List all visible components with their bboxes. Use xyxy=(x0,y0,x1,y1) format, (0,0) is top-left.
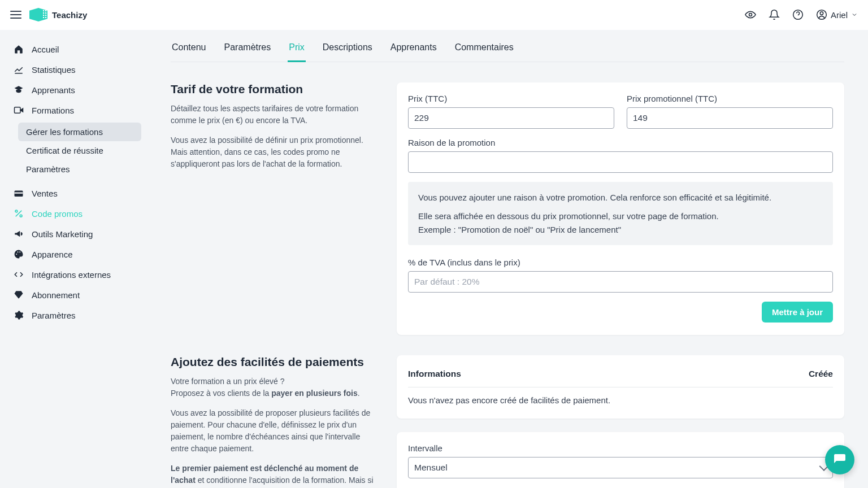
preview-icon[interactable] xyxy=(745,9,756,20)
sidebar-item-abonnement[interactable]: Abonnement xyxy=(0,285,147,305)
sidebar-item-code-promos[interactable]: Code promos xyxy=(0,203,147,224)
svg-rect-5 xyxy=(15,107,21,114)
sidebar-item-label: Accueil xyxy=(32,45,59,54)
sidebar-item-label: Code promos xyxy=(32,209,83,219)
sidebar-item-accueil[interactable]: Accueil xyxy=(0,39,147,59)
sidebar-item-label: Paramètres xyxy=(32,311,76,320)
tab-prix[interactable]: Prix xyxy=(288,40,306,62)
palette-icon xyxy=(14,249,24,259)
help-icon[interactable] xyxy=(792,9,804,20)
sidebar-sub-formations: Gérer les formations Certificat de réuss… xyxy=(6,123,141,178)
chevron-down-icon xyxy=(851,11,858,18)
sidebar-sub-parametres[interactable]: Paramètres xyxy=(18,160,141,178)
main-content: Contenu Paramètres Prix Descriptions App… xyxy=(147,30,868,488)
chat-fab[interactable] xyxy=(825,445,854,474)
pricing-desc-2: Vous avez la possibilité de définir un p… xyxy=(171,134,374,170)
sidebar-item-parametres[interactable]: Paramètres xyxy=(0,305,147,325)
sidebar: Accueil Statistiques Apprenants Formatio… xyxy=(0,30,147,488)
sidebar-item-label: Formations xyxy=(32,106,74,115)
promo-price-input[interactable] xyxy=(627,107,833,129)
vat-label: % de TVA (inclus dans le prix) xyxy=(408,258,833,267)
sidebar-item-label: Intégrations externes xyxy=(32,270,111,280)
interval-label: Intervalle xyxy=(408,443,833,453)
tab-parametres[interactable]: Paramètres xyxy=(223,40,272,62)
sidebar-item-label: Ventes xyxy=(32,189,58,198)
wallet-icon xyxy=(14,188,24,198)
svg-point-11 xyxy=(16,254,17,255)
sidebar-sub-certificat[interactable]: Certificat de réussite xyxy=(18,141,141,160)
code-icon xyxy=(14,269,24,280)
sidebar-sub-gerer[interactable]: Gérer les formations xyxy=(18,123,141,141)
home-icon xyxy=(14,44,24,54)
hamburger-menu-icon[interactable] xyxy=(10,11,21,19)
sidebar-item-label: Abonnement xyxy=(32,290,80,300)
student-icon xyxy=(14,85,24,95)
sidebar-item-apprenants[interactable]: Apprenants xyxy=(0,80,147,100)
percent-icon xyxy=(14,208,24,219)
interval-select[interactable]: Mensuel xyxy=(408,457,833,478)
user-menu[interactable]: Ariel xyxy=(816,9,858,20)
promo-reason-notice: Vous pouvez ajouter une raison à votre p… xyxy=(408,182,833,245)
gem-icon xyxy=(14,290,24,300)
plans-description: Ajoutez des facilités de paiements Votre… xyxy=(171,355,374,488)
tab-contenu[interactable]: Contenu xyxy=(171,40,207,62)
sidebar-item-formations[interactable]: Formations xyxy=(0,100,147,120)
topbar: Teachizy Ariel xyxy=(0,0,868,30)
sidebar-item-integrations[interactable]: Intégrations externes xyxy=(0,264,147,285)
sidebar-item-label: Outils Marketing xyxy=(32,229,93,239)
sidebar-item-statistiques[interactable]: Statistiques xyxy=(0,59,147,80)
sidebar-item-ventes[interactable]: Ventes xyxy=(0,183,147,203)
video-icon xyxy=(14,105,24,115)
tab-commentaires[interactable]: Commentaires xyxy=(454,40,515,62)
brand-logo-icon xyxy=(29,8,47,21)
plans-heading: Ajoutez des facilités de paiements xyxy=(171,355,374,369)
price-label: Prix (TTC) xyxy=(408,94,614,103)
tabs: Contenu Paramètres Prix Descriptions App… xyxy=(171,30,844,62)
svg-point-12 xyxy=(18,251,19,252)
brand-name: Teachizy xyxy=(52,10,87,20)
plans-col-info: Informations xyxy=(408,369,461,379)
sidebar-item-marketing[interactable]: Outils Marketing xyxy=(0,224,147,244)
sidebar-item-label: Apprenants xyxy=(32,85,75,95)
brand[interactable]: Teachizy xyxy=(29,8,87,21)
pricing-description: Tarif de votre formation Détaillez tous … xyxy=(171,82,374,335)
plans-col-created: Créée xyxy=(809,369,833,379)
svg-line-8 xyxy=(16,211,22,217)
vat-input[interactable] xyxy=(408,271,833,293)
svg-point-4 xyxy=(820,12,823,15)
svg-point-0 xyxy=(749,14,752,16)
user-name: Ariel xyxy=(831,10,848,20)
chart-icon xyxy=(14,64,24,75)
plans-empty-message: Vous n'avez pas encore créé de facilités… xyxy=(408,387,833,406)
promo-reason-input[interactable] xyxy=(408,151,833,173)
svg-point-10 xyxy=(20,215,22,217)
pricing-card: Prix (TTC) Prix promotionnel (TTC) Raiso… xyxy=(397,82,844,335)
plans-form-card: Intervalle Mensuel Montant d'un paiement xyxy=(397,432,844,488)
plans-list-card: Informations Créée Vous n'avez pas encor… xyxy=(397,355,844,419)
sidebar-item-label: Apparence xyxy=(32,250,73,259)
gear-icon xyxy=(14,310,24,320)
bullhorn-icon xyxy=(14,229,24,239)
sidebar-item-apparence[interactable]: Apparence xyxy=(0,244,147,264)
svg-point-13 xyxy=(19,251,20,252)
tab-apprenants[interactable]: Apprenants xyxy=(389,40,438,62)
svg-point-1 xyxy=(793,10,803,20)
pricing-heading: Tarif de votre formation xyxy=(171,82,374,96)
svg-rect-7 xyxy=(15,193,23,194)
chat-icon xyxy=(833,453,847,467)
promo-price-label: Prix promotionnel (TTC) xyxy=(627,94,833,103)
bell-icon[interactable] xyxy=(769,9,780,20)
promo-reason-label: Raison de la promotion xyxy=(408,138,833,147)
sidebar-item-label: Statistiques xyxy=(32,65,76,75)
tab-descriptions[interactable]: Descriptions xyxy=(322,40,374,62)
price-input[interactable] xyxy=(408,107,614,129)
pricing-desc-1: Détaillez tous les aspects tarifaires de… xyxy=(171,103,374,127)
svg-point-9 xyxy=(15,210,18,212)
update-button[interactable]: Mettre à jour xyxy=(762,302,833,323)
